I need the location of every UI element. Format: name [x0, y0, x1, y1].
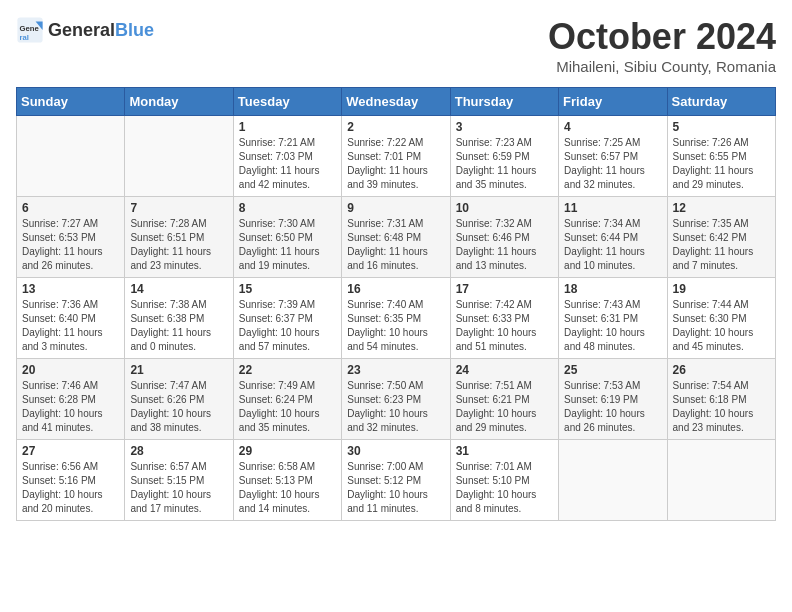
- day-header-sunday: Sunday: [17, 88, 125, 116]
- calendar-cell: 29Sunrise: 6:58 AM Sunset: 5:13 PM Dayli…: [233, 440, 341, 521]
- day-header-thursday: Thursday: [450, 88, 558, 116]
- day-number: 13: [22, 282, 119, 296]
- day-number: 18: [564, 282, 661, 296]
- cell-content: Sunrise: 7:34 AM Sunset: 6:44 PM Dayligh…: [564, 217, 661, 273]
- calendar-cell: 9Sunrise: 7:31 AM Sunset: 6:48 PM Daylig…: [342, 197, 450, 278]
- cell-content: Sunrise: 7:54 AM Sunset: 6:18 PM Dayligh…: [673, 379, 770, 435]
- day-number: 20: [22, 363, 119, 377]
- calendar-cell: [559, 440, 667, 521]
- calendar-cell: 10Sunrise: 7:32 AM Sunset: 6:46 PM Dayli…: [450, 197, 558, 278]
- calendar-week-row: 20Sunrise: 7:46 AM Sunset: 6:28 PM Dayli…: [17, 359, 776, 440]
- day-number: 19: [673, 282, 770, 296]
- calendar-week-row: 1Sunrise: 7:21 AM Sunset: 7:03 PM Daylig…: [17, 116, 776, 197]
- calendar-cell: 17Sunrise: 7:42 AM Sunset: 6:33 PM Dayli…: [450, 278, 558, 359]
- day-number: 28: [130, 444, 227, 458]
- calendar-cell: 24Sunrise: 7:51 AM Sunset: 6:21 PM Dayli…: [450, 359, 558, 440]
- day-number: 14: [130, 282, 227, 296]
- day-number: 22: [239, 363, 336, 377]
- svg-text:ral: ral: [20, 33, 29, 42]
- day-number: 6: [22, 201, 119, 215]
- cell-content: Sunrise: 7:26 AM Sunset: 6:55 PM Dayligh…: [673, 136, 770, 192]
- day-number: 17: [456, 282, 553, 296]
- svg-text:Gene: Gene: [20, 24, 40, 33]
- calendar-cell: [125, 116, 233, 197]
- day-number: 9: [347, 201, 444, 215]
- cell-content: Sunrise: 7:22 AM Sunset: 7:01 PM Dayligh…: [347, 136, 444, 192]
- day-header-friday: Friday: [559, 88, 667, 116]
- calendar-week-row: 6Sunrise: 7:27 AM Sunset: 6:53 PM Daylig…: [17, 197, 776, 278]
- day-number: 1: [239, 120, 336, 134]
- day-number: 8: [239, 201, 336, 215]
- cell-content: Sunrise: 7:49 AM Sunset: 6:24 PM Dayligh…: [239, 379, 336, 435]
- calendar-cell: 14Sunrise: 7:38 AM Sunset: 6:38 PM Dayli…: [125, 278, 233, 359]
- cell-content: Sunrise: 7:50 AM Sunset: 6:23 PM Dayligh…: [347, 379, 444, 435]
- calendar-cell: 7Sunrise: 7:28 AM Sunset: 6:51 PM Daylig…: [125, 197, 233, 278]
- day-header-tuesday: Tuesday: [233, 88, 341, 116]
- calendar-cell: 6Sunrise: 7:27 AM Sunset: 6:53 PM Daylig…: [17, 197, 125, 278]
- calendar-header-row: SundayMondayTuesdayWednesdayThursdayFrid…: [17, 88, 776, 116]
- calendar-cell: 13Sunrise: 7:36 AM Sunset: 6:40 PM Dayli…: [17, 278, 125, 359]
- cell-content: Sunrise: 7:51 AM Sunset: 6:21 PM Dayligh…: [456, 379, 553, 435]
- calendar-week-row: 27Sunrise: 6:56 AM Sunset: 5:16 PM Dayli…: [17, 440, 776, 521]
- cell-content: Sunrise: 7:46 AM Sunset: 6:28 PM Dayligh…: [22, 379, 119, 435]
- calendar-cell: 4Sunrise: 7:25 AM Sunset: 6:57 PM Daylig…: [559, 116, 667, 197]
- day-number: 29: [239, 444, 336, 458]
- cell-content: Sunrise: 6:58 AM Sunset: 5:13 PM Dayligh…: [239, 460, 336, 516]
- day-number: 3: [456, 120, 553, 134]
- cell-content: Sunrise: 7:01 AM Sunset: 5:10 PM Dayligh…: [456, 460, 553, 516]
- cell-content: Sunrise: 7:28 AM Sunset: 6:51 PM Dayligh…: [130, 217, 227, 273]
- calendar-cell: 30Sunrise: 7:00 AM Sunset: 5:12 PM Dayli…: [342, 440, 450, 521]
- day-header-saturday: Saturday: [667, 88, 775, 116]
- cell-content: Sunrise: 7:23 AM Sunset: 6:59 PM Dayligh…: [456, 136, 553, 192]
- month-title: October 2024: [548, 16, 776, 58]
- calendar-cell: 26Sunrise: 7:54 AM Sunset: 6:18 PM Dayli…: [667, 359, 775, 440]
- cell-content: Sunrise: 7:31 AM Sunset: 6:48 PM Dayligh…: [347, 217, 444, 273]
- calendar-cell: 22Sunrise: 7:49 AM Sunset: 6:24 PM Dayli…: [233, 359, 341, 440]
- cell-content: Sunrise: 7:30 AM Sunset: 6:50 PM Dayligh…: [239, 217, 336, 273]
- calendar-cell: 2Sunrise: 7:22 AM Sunset: 7:01 PM Daylig…: [342, 116, 450, 197]
- day-number: 25: [564, 363, 661, 377]
- cell-content: Sunrise: 7:21 AM Sunset: 7:03 PM Dayligh…: [239, 136, 336, 192]
- cell-content: Sunrise: 7:39 AM Sunset: 6:37 PM Dayligh…: [239, 298, 336, 354]
- calendar-cell: 1Sunrise: 7:21 AM Sunset: 7:03 PM Daylig…: [233, 116, 341, 197]
- day-number: 26: [673, 363, 770, 377]
- day-number: 7: [130, 201, 227, 215]
- day-number: 10: [456, 201, 553, 215]
- calendar-cell: 28Sunrise: 6:57 AM Sunset: 5:15 PM Dayli…: [125, 440, 233, 521]
- day-number: 30: [347, 444, 444, 458]
- day-number: 31: [456, 444, 553, 458]
- logo-general: General: [48, 20, 115, 41]
- cell-content: Sunrise: 7:36 AM Sunset: 6:40 PM Dayligh…: [22, 298, 119, 354]
- cell-content: Sunrise: 7:35 AM Sunset: 6:42 PM Dayligh…: [673, 217, 770, 273]
- calendar-cell: 21Sunrise: 7:47 AM Sunset: 6:26 PM Dayli…: [125, 359, 233, 440]
- calendar-cell: 25Sunrise: 7:53 AM Sunset: 6:19 PM Dayli…: [559, 359, 667, 440]
- day-number: 4: [564, 120, 661, 134]
- cell-content: Sunrise: 7:42 AM Sunset: 6:33 PM Dayligh…: [456, 298, 553, 354]
- calendar-cell: [17, 116, 125, 197]
- cell-content: Sunrise: 7:47 AM Sunset: 6:26 PM Dayligh…: [130, 379, 227, 435]
- calendar-week-row: 13Sunrise: 7:36 AM Sunset: 6:40 PM Dayli…: [17, 278, 776, 359]
- cell-content: Sunrise: 7:43 AM Sunset: 6:31 PM Dayligh…: [564, 298, 661, 354]
- cell-content: Sunrise: 6:56 AM Sunset: 5:16 PM Dayligh…: [22, 460, 119, 516]
- day-number: 21: [130, 363, 227, 377]
- calendar-cell: 3Sunrise: 7:23 AM Sunset: 6:59 PM Daylig…: [450, 116, 558, 197]
- calendar-cell: 16Sunrise: 7:40 AM Sunset: 6:35 PM Dayli…: [342, 278, 450, 359]
- calendar-cell: [667, 440, 775, 521]
- day-number: 27: [22, 444, 119, 458]
- day-number: 5: [673, 120, 770, 134]
- day-number: 16: [347, 282, 444, 296]
- calendar-cell: 8Sunrise: 7:30 AM Sunset: 6:50 PM Daylig…: [233, 197, 341, 278]
- page-header: Gene ral General Blue October 2024 Mihai…: [16, 16, 776, 75]
- calendar-cell: 20Sunrise: 7:46 AM Sunset: 6:28 PM Dayli…: [17, 359, 125, 440]
- cell-content: Sunrise: 7:27 AM Sunset: 6:53 PM Dayligh…: [22, 217, 119, 273]
- calendar-cell: 23Sunrise: 7:50 AM Sunset: 6:23 PM Dayli…: [342, 359, 450, 440]
- day-number: 11: [564, 201, 661, 215]
- calendar-cell: 12Sunrise: 7:35 AM Sunset: 6:42 PM Dayli…: [667, 197, 775, 278]
- logo-blue: Blue: [115, 20, 154, 41]
- cell-content: Sunrise: 7:40 AM Sunset: 6:35 PM Dayligh…: [347, 298, 444, 354]
- cell-content: Sunrise: 6:57 AM Sunset: 5:15 PM Dayligh…: [130, 460, 227, 516]
- cell-content: Sunrise: 7:38 AM Sunset: 6:38 PM Dayligh…: [130, 298, 227, 354]
- cell-content: Sunrise: 7:53 AM Sunset: 6:19 PM Dayligh…: [564, 379, 661, 435]
- calendar-cell: 15Sunrise: 7:39 AM Sunset: 6:37 PM Dayli…: [233, 278, 341, 359]
- calendar-cell: 31Sunrise: 7:01 AM Sunset: 5:10 PM Dayli…: [450, 440, 558, 521]
